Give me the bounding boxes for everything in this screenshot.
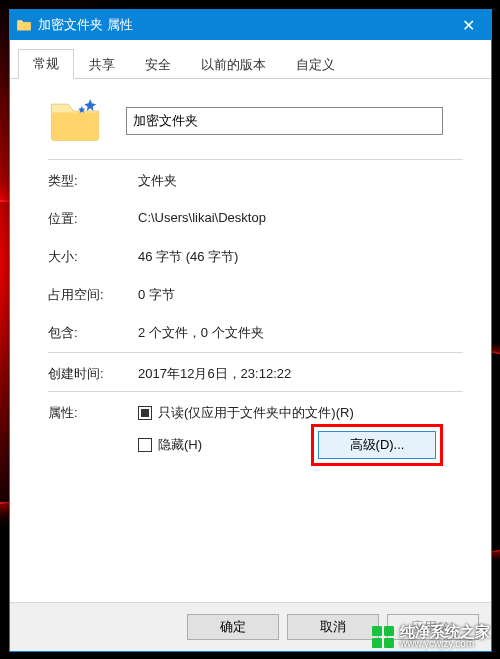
tab-strip: 常规 共享 安全 以前的版本 自定义 xyxy=(10,40,491,79)
label-size-on-disk: 占用空间: xyxy=(48,286,138,304)
window-title: 加密文件夹 属性 xyxy=(38,16,446,34)
label-contains: 包含: xyxy=(48,324,138,342)
titlebar[interactable]: 加密文件夹 属性 ✕ xyxy=(10,10,491,40)
readonly-checkbox[interactable]: 只读(仅应用于文件夹中的文件)(R) xyxy=(138,404,463,422)
readonly-label: 只读(仅应用于文件夹中的文件)(R) xyxy=(158,404,354,422)
tab-body-general: 类型: 文件夹 位置: C:\Users\likai\Desktop 大小: 4… xyxy=(10,79,491,602)
tab-security[interactable]: 安全 xyxy=(130,50,186,79)
advanced-button[interactable]: 高级(D)... xyxy=(318,431,436,459)
apply-button[interactable]: 应用(A) xyxy=(387,614,479,640)
hidden-label: 隐藏(H) xyxy=(158,436,202,454)
label-created: 创建时间: xyxy=(48,365,138,383)
cancel-button[interactable]: 取消 xyxy=(287,614,379,640)
divider xyxy=(48,391,463,392)
highlight-box: 高级(D)... xyxy=(311,424,443,466)
checkbox-icon xyxy=(138,438,152,452)
label-size: 大小: xyxy=(48,248,138,266)
value-created: 2017年12月6日，23:12:22 xyxy=(138,365,463,383)
dialog-button-bar: 确定 取消 应用(A) xyxy=(10,602,491,651)
folder-name-input[interactable] xyxy=(126,107,443,135)
tab-customize[interactable]: 自定义 xyxy=(281,50,350,79)
tab-sharing[interactable]: 共享 xyxy=(74,50,130,79)
divider xyxy=(48,352,463,353)
value-type: 文件夹 xyxy=(138,172,463,190)
divider xyxy=(48,159,463,160)
value-location: C:\Users\likai\Desktop xyxy=(138,210,463,228)
label-type: 类型: xyxy=(48,172,138,190)
ok-button[interactable]: 确定 xyxy=(187,614,279,640)
close-button[interactable]: ✕ xyxy=(446,10,491,40)
value-size-on-disk: 0 字节 xyxy=(138,286,463,304)
value-contains: 2 个文件，0 个文件夹 xyxy=(138,324,463,342)
properties-dialog: 加密文件夹 属性 ✕ 常规 共享 安全 以前的版本 自定义 类型: 文件夹 位置… xyxy=(9,9,492,652)
label-attributes: 属性: xyxy=(48,404,138,422)
value-size: 46 字节 (46 字节) xyxy=(138,248,463,266)
label-location: 位置: xyxy=(48,210,138,228)
checkbox-icon xyxy=(138,406,152,420)
folder-icon xyxy=(16,17,32,33)
folder-large-icon xyxy=(48,97,102,145)
tab-previous-versions[interactable]: 以前的版本 xyxy=(186,50,281,79)
tab-general[interactable]: 常规 xyxy=(18,49,74,79)
svg-marker-0 xyxy=(84,99,96,111)
